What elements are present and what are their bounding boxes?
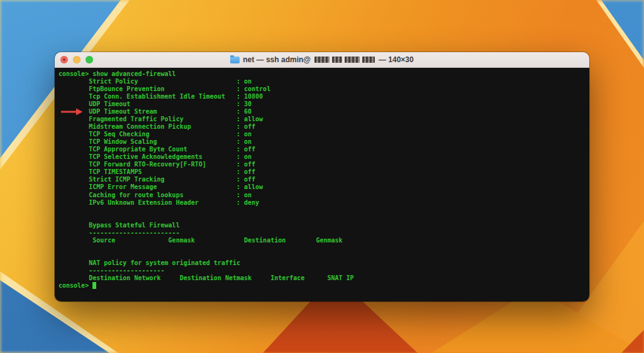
annotation-arrow-icon xyxy=(60,108,83,116)
window-title: net — ssh admin@ — 140×30 xyxy=(55,52,589,67)
terminal-prompt-line: console> xyxy=(58,282,586,290)
redacted-host xyxy=(314,57,375,63)
terminal-output: console> show advanced-firewall Strict P… xyxy=(58,70,586,282)
window-titlebar[interactable]: net — ssh admin@ — 140×30 xyxy=(55,52,589,68)
terminal-window: net — ssh admin@ — 140×30 console> show … xyxy=(55,52,589,301)
desktop-wallpaper: net — ssh admin@ — 140×30 console> show … xyxy=(0,0,644,353)
terminal-cursor xyxy=(92,282,96,289)
proxy-folder-icon[interactable] xyxy=(230,57,240,63)
terminal-screen[interactable]: console> show advanced-firewall Strict P… xyxy=(55,68,589,301)
window-title-prefix: net — ssh admin@ xyxy=(243,55,311,64)
terminal-prompt: console> xyxy=(58,282,92,289)
window-title-suffix: — 140×30 xyxy=(379,55,414,64)
